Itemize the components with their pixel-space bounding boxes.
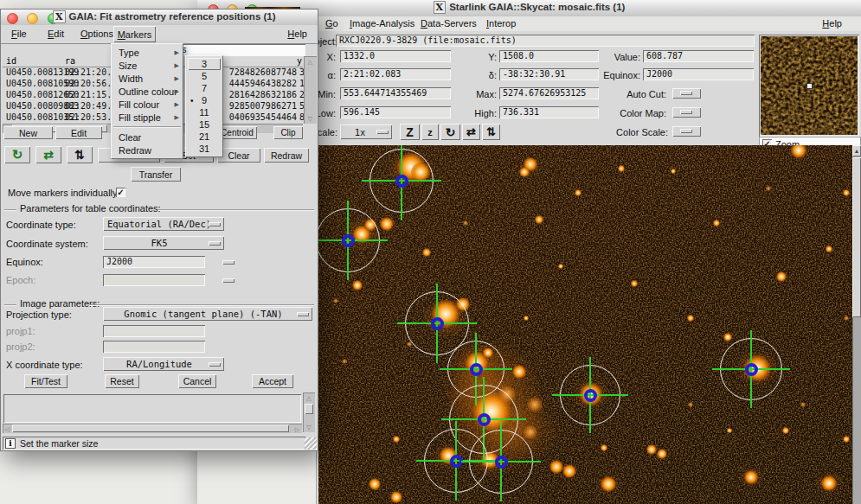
menu-help-dialog[interactable]: Help — [287, 29, 307, 39]
epoch-field[interactable] — [103, 274, 205, 286]
color-map-menu[interactable] — [672, 107, 701, 118]
dialog-close-button[interactable] — [7, 13, 18, 24]
size-option-7[interactable]: 7 — [188, 82, 221, 94]
status-bar: i Set the marker size — [3, 437, 305, 450]
column-header-id[interactable]: id — [6, 56, 16, 66]
projp1-field[interactable] — [103, 325, 205, 337]
log-textarea[interactable] — [3, 394, 301, 423]
new-button[interactable]: New — [3, 126, 53, 139]
readout-value-0[interactable]: 1332.0 — [340, 50, 451, 62]
zoom-out-button[interactable]: z — [421, 124, 439, 140]
object-field[interactable]: RXCJ0220.9-3829 (file:mosaic.fits) — [336, 35, 755, 47]
auto-cut-menu[interactable] — [672, 88, 701, 99]
clear-button[interactable]: Clear — [217, 148, 260, 163]
column-header-y[interactable]: y — [297, 56, 302, 66]
transfer-button[interactable]: Transfer — [131, 167, 181, 182]
readout-value-6[interactable]: 553.644714355469 — [340, 87, 451, 99]
selected-bullet-icon: • — [190, 96, 194, 105]
menu-go[interactable]: Go — [325, 18, 338, 29]
menu-item-type[interactable]: Type▶ — [112, 46, 183, 59]
size-option-9[interactable]: •9 — [188, 94, 221, 106]
clip-button[interactable]: Clip — [273, 126, 303, 139]
color-map-label: Color Map: — [578, 108, 666, 118]
menu-image-analysis[interactable]: Image-Analysis — [350, 18, 414, 29]
size-option-5[interactable]: 5 — [188, 70, 221, 82]
flip-vertical-icon[interactable]: ⇅ — [482, 124, 500, 140]
color-scale-menu[interactable] — [672, 126, 701, 137]
menu-item-fill-colour[interactable]: Fill colour▶ — [112, 98, 183, 111]
dialog-minimize-button[interactable] — [27, 13, 38, 24]
menu-item-size[interactable]: Size▶ — [112, 59, 183, 72]
size-option-15[interactable]: 15 — [188, 118, 221, 131]
astrometry-marker[interactable] — [318, 208, 380, 272]
fit-test-button[interactable]: Fit/Test — [24, 374, 67, 388]
star — [333, 298, 338, 303]
epoch-menu[interactable] — [222, 278, 235, 283]
accept-button[interactable]: Accept — [252, 374, 293, 388]
equinox-field[interactable]: J2000 — [103, 256, 205, 268]
menu-interop[interactable]: Interop — [486, 18, 516, 29]
menu-item-redraw[interactable]: Redraw — [112, 144, 183, 156]
cancel-button[interactable]: Cancel — [178, 374, 216, 388]
move-markers-checkbox[interactable]: ✓ — [116, 188, 125, 197]
equinox-menu[interactable] — [222, 260, 235, 265]
readout-value-5[interactable]: J2000 — [643, 68, 754, 80]
log-vertical-scrollbar[interactable]: △ ▽ — [303, 392, 315, 432]
star — [782, 427, 789, 434]
scrollbar-thumb[interactable] — [852, 157, 861, 317]
menu-item-width[interactable]: Width▶ — [112, 72, 183, 85]
x-coordinate-type-select[interactable]: RA/Longitude — [103, 357, 224, 371]
dialog-titlebar[interactable]: XGAIA: Fit astrometry reference position… — [1, 10, 318, 26]
zoom-in-button[interactable]: Z — [400, 124, 420, 140]
menu-help-main[interactable]: Help — [822, 18, 842, 29]
coordinate-system-select[interactable]: FK5 — [103, 236, 224, 250]
readout-label-1: Y: — [440, 52, 497, 62]
log-horizontal-scrollbar[interactable]: ◁ ▷ — [3, 424, 302, 433]
marker-center-ring-icon — [495, 456, 508, 469]
scroll-up-arrow[interactable]: ▲ — [852, 145, 861, 156]
menu-item-fill-stipple[interactable]: Fill stipple▶ — [112, 111, 183, 124]
projp2-field[interactable] — [103, 341, 205, 353]
flip-horizontal-icon[interactable]: ⇄ — [462, 124, 480, 140]
scale-select[interactable]: 1x — [340, 124, 392, 139]
image-display[interactable] — [318, 145, 852, 504]
menu-markers[interactable]: Markers — [113, 26, 156, 42]
size-option-31[interactable]: 31 — [188, 143, 221, 155]
menu-item-outline-colour[interactable]: Outline colour▶ — [112, 85, 183, 98]
astrometry-marker[interactable] — [560, 365, 620, 425]
menu-file[interactable]: File — [11, 29, 27, 39]
star — [727, 428, 732, 433]
readout-value-3[interactable]: 2:21:02.083 — [340, 68, 451, 80]
refresh-icon[interactable]: ↻ — [440, 124, 460, 140]
menu-edit[interactable]: Edit — [48, 29, 64, 39]
menu-data-servers[interactable]: Data-Servers — [421, 18, 477, 29]
astrometry-marker[interactable] — [720, 338, 782, 400]
star — [631, 280, 638, 287]
table-vertical-scrollbar[interactable]: △ ▽ — [304, 56, 317, 124]
section-image-parameters: Image parameters: — [20, 298, 100, 309]
marker-center-ring-icon — [584, 389, 597, 402]
swap-xy-icon-button[interactable]: ⇄ — [35, 146, 61, 163]
astrometry-marker[interactable] — [469, 430, 533, 494]
column-header-ra[interactable]: ra — [65, 56, 75, 66]
size-option-3[interactable]: 3 — [188, 58, 221, 70]
size-option-11[interactable]: 11 — [188, 106, 221, 118]
reset-button-bottom[interactable]: Reset — [105, 374, 139, 388]
readout-value-2[interactable]: 608.787 — [643, 50, 754, 62]
x11-icon-dialog: X — [53, 10, 66, 23]
resize-grip[interactable] — [305, 437, 317, 450]
refresh-icon-button[interactable]: ↻ — [4, 146, 30, 163]
flip-updown-icon-button[interactable]: ⇅ — [67, 146, 93, 163]
readout-value-8[interactable]: 596.145 — [340, 106, 451, 118]
projection-type-select[interactable]: Gnomic (tangent plane) (-TAN) — [103, 307, 312, 321]
size-option-21[interactable]: 21 — [188, 131, 221, 143]
redraw-button[interactable]: Redraw — [264, 148, 309, 163]
astrometry-marker[interactable] — [369, 149, 434, 213]
edit-button[interactable]: Edit — [55, 126, 102, 139]
menu-options[interactable]: Options — [80, 29, 113, 39]
coordinate-type-select[interactable]: Equatorial (RA/Dec) — [103, 217, 224, 231]
marker-type-entry[interactable]: s — [178, 44, 305, 56]
image-vertical-scrollbar[interactable]: ▲ — [852, 145, 861, 504]
menu-item-clear[interactable]: Clear — [112, 131, 183, 144]
star — [618, 165, 625, 172]
